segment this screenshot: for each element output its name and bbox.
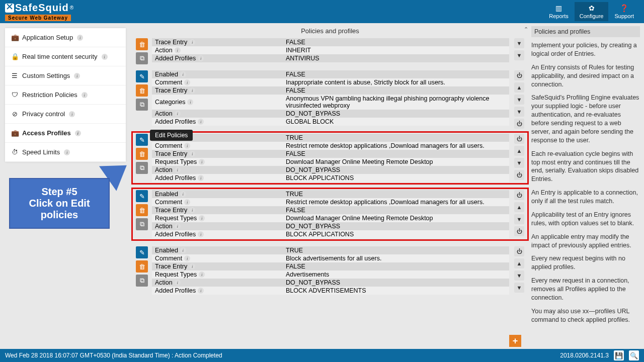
- delete-button[interactable]: 🗑: [136, 204, 148, 216]
- entry-rows: Enabled i FALSEComment i Inappropriate c…: [152, 70, 509, 126]
- row-label: Trace Entry i: [152, 86, 283, 95]
- toggle-button[interactable]: ⏻: [514, 70, 524, 80]
- clone-button[interactable]: ⧉: [136, 218, 148, 230]
- move-down-button[interactable]: ▼: [514, 158, 524, 168]
- sidebar-card: 💼 Application Setup i🔒 Real time content…: [5, 28, 126, 162]
- sidebar-item-custom-settings[interactable]: ☰ Custom Settings i: [5, 66, 126, 85]
- toggle-button[interactable]: ⏻: [514, 119, 524, 129]
- move-up-button[interactable]: ▲: [514, 82, 524, 93]
- row-label: Trace Entry i: [152, 262, 283, 270]
- info-icon[interactable]: i: [64, 149, 70, 155]
- info-icon[interactable]: i: [198, 231, 204, 237]
- sidebar-item-real-time-content-security[interactable]: 🔒 Real time content security i: [5, 47, 126, 66]
- entry-right-controls: ⏻▲▼▼⏻: [514, 70, 524, 129]
- toggle-button[interactable]: ⏻: [514, 190, 524, 200]
- edit-button[interactable]: ✎: [136, 134, 148, 146]
- move-down-button[interactable]: ▼: [514, 107, 524, 117]
- delete-button[interactable]: 🗑: [136, 148, 148, 160]
- row-value: ANTIVIRUS: [283, 54, 509, 62]
- info-icon[interactable]: i: [180, 191, 186, 197]
- gauge-icon: ⏱: [11, 148, 18, 156]
- sidebar-item-label: Application Setup: [22, 34, 73, 41]
- sliders-icon: ☰: [11, 72, 18, 79]
- nav-support[interactable]: ❓ Support: [609, 2, 639, 21]
- info-icon[interactable]: i: [180, 71, 186, 77]
- sidebar-item-speed-limits[interactable]: ⏱ Speed Limits i: [5, 143, 126, 162]
- info-icon[interactable]: i: [189, 207, 195, 213]
- info-icon[interactable]: i: [175, 47, 181, 53]
- info-icon[interactable]: i: [184, 143, 190, 149]
- sidebar-item-privacy-control[interactable]: ⊘ Privacy control i: [5, 105, 126, 124]
- info-icon[interactable]: i: [75, 130, 81, 136]
- info-icon[interactable]: i: [175, 280, 181, 286]
- info-icon[interactable]: i: [175, 223, 181, 229]
- edit-button[interactable]: ✎: [136, 190, 148, 202]
- move-up-button[interactable]: ▲: [514, 146, 524, 156]
- row-label: Added Profiles i: [152, 230, 283, 238]
- toggle-button[interactable]: ⏻: [514, 246, 524, 256]
- sidebar-item-application-setup[interactable]: 💼 Application Setup i: [5, 28, 126, 47]
- info-icon[interactable]: i: [74, 73, 80, 79]
- info-icon[interactable]: i: [175, 111, 181, 117]
- toggle-button[interactable]: ⏻: [514, 134, 524, 144]
- info-icon[interactable]: i: [187, 99, 193, 105]
- search-icon[interactable]: 🔍: [629, 350, 639, 360]
- delete-button[interactable]: 🗑: [136, 260, 148, 273]
- info-icon[interactable]: i: [189, 87, 195, 94]
- info-icon[interactable]: i: [189, 39, 195, 45]
- info-icon[interactable]: i: [69, 111, 75, 117]
- move-down-button[interactable]: ▼: [514, 95, 524, 105]
- info-icon[interactable]: i: [189, 263, 195, 269]
- clone-button[interactable]: ⧉: [136, 162, 148, 174]
- entry-row: Comment i Block advertisements for all u…: [152, 254, 509, 262]
- delete-button[interactable]: 🗑: [136, 38, 148, 50]
- nav-configure[interactable]: ✿ Configure: [575, 2, 609, 21]
- sidebar-item-access-profiles[interactable]: 💼 Access Profiles i: [5, 124, 126, 143]
- move-up-button[interactable]: ▲: [514, 258, 524, 268]
- entry-rows: Enabled i TRUEComment i Restrict remote …: [152, 134, 509, 182]
- clone-button[interactable]: ⧉: [136, 52, 148, 64]
- info-icon[interactable]: i: [198, 288, 204, 294]
- save-icon[interactable]: 💾: [614, 350, 624, 360]
- move-down-button[interactable]: ▼: [514, 50, 524, 60]
- info-icon[interactable]: i: [199, 215, 205, 221]
- info-icon[interactable]: i: [199, 159, 205, 165]
- info-icon[interactable]: i: [198, 175, 204, 181]
- info-icon[interactable]: i: [189, 151, 195, 157]
- delete-button[interactable]: 🗑: [136, 84, 148, 97]
- row-label: Trace Entry i: [152, 38, 283, 46]
- info-icon[interactable]: i: [198, 119, 204, 125]
- policy-entry: 🗑⧉Trace Entry i FALSEAction i INHERITAdd…: [134, 38, 526, 62]
- toggle-button[interactable]: ⏻: [514, 226, 524, 236]
- toggle-button[interactable]: ⏻: [514, 170, 524, 180]
- edit-tooltip: Edit Policies: [150, 130, 193, 141]
- info-icon[interactable]: i: [102, 54, 108, 60]
- entry-row: Categories i Anonymous VPN gambling hack…: [152, 95, 509, 110]
- move-down-button[interactable]: ▼: [514, 270, 524, 281]
- edit-button[interactable]: ✎: [136, 70, 148, 82]
- entry-row: Comment i Restrict remote desktop applic…: [152, 198, 509, 206]
- move-down-button[interactable]: ▼: [514, 38, 524, 48]
- row-label: Action i: [152, 279, 283, 287]
- info-icon[interactable]: i: [175, 167, 181, 173]
- nav-reports[interactable]: ▥ Reports: [544, 2, 574, 21]
- row-label: Comment i: [152, 254, 283, 262]
- move-down-button[interactable]: ▼: [514, 214, 524, 224]
- move-up-button[interactable]: ▲: [514, 202, 524, 212]
- info-icon[interactable]: i: [184, 199, 190, 205]
- info-icon[interactable]: i: [184, 79, 190, 85]
- collapse-right-icon[interactable]: ⌃: [522, 26, 529, 33]
- sidebar-item-restriction-policies[interactable]: 🛡 Restriction Policies i: [5, 85, 126, 105]
- info-icon[interactable]: i: [77, 35, 83, 41]
- clone-button[interactable]: ⧉: [136, 275, 148, 287]
- info-icon[interactable]: i: [199, 272, 205, 278]
- info-icon[interactable]: i: [184, 255, 190, 261]
- info-icon[interactable]: i: [198, 55, 204, 61]
- info-icon[interactable]: i: [180, 247, 186, 253]
- edit-button[interactable]: ✎: [136, 246, 148, 258]
- clone-button[interactable]: ⧉: [136, 99, 148, 111]
- add-entry-button[interactable]: +: [509, 335, 521, 347]
- info-icon[interactable]: i: [82, 92, 88, 98]
- move-down-button[interactable]: ▼: [514, 283, 524, 293]
- row-label: Action i: [152, 46, 283, 54]
